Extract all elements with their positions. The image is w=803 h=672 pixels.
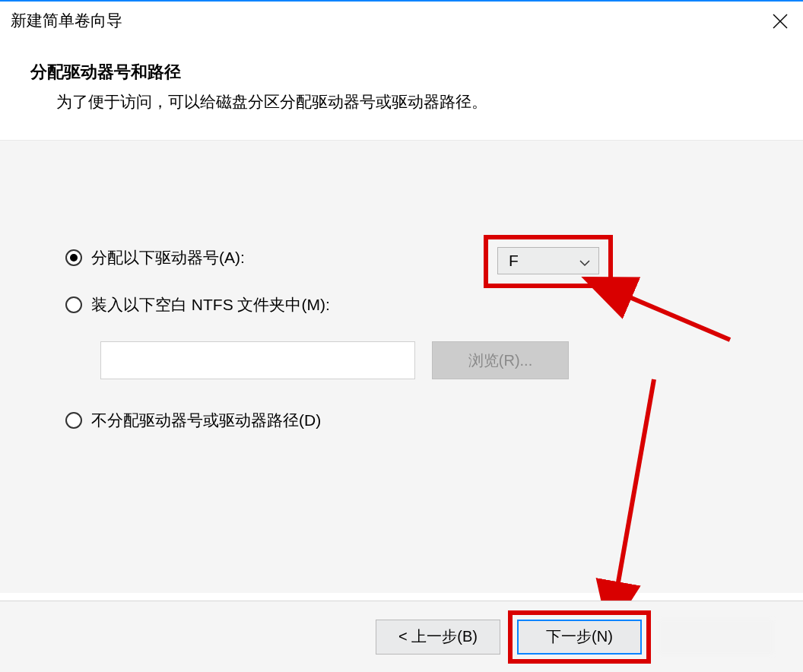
drive-letter-dropdown[interactable]: F bbox=[497, 247, 599, 274]
radio-no-assign[interactable] bbox=[65, 412, 82, 429]
annotation-box-dropdown: F bbox=[484, 235, 613, 288]
option-mount-folder-label: 装入以下空白 NTFS 文件夹中(M): bbox=[91, 294, 330, 315]
annotation-box-next: 下一步(N) bbox=[508, 610, 651, 664]
close-icon[interactable] bbox=[771, 12, 789, 30]
window-title: 新建简单卷向导 bbox=[11, 10, 122, 31]
option-mount-folder[interactable]: 装入以下空白 NTFS 文件夹中(M): bbox=[65, 294, 803, 315]
drive-letter-value: F bbox=[509, 252, 519, 270]
browse-button: 浏览(R)... bbox=[432, 341, 569, 379]
titlebar: 新建简单卷向导 bbox=[0, 2, 803, 40]
page-heading: 分配驱动器号和路径 bbox=[30, 61, 773, 84]
wizard-window: 新建简单卷向导 分配驱动器号和路径 为了便于访问，可以给磁盘分区分配驱动器号或驱… bbox=[0, 0, 803, 672]
next-button[interactable]: 下一步(N) bbox=[517, 620, 642, 655]
radio-assign-letter[interactable] bbox=[65, 249, 82, 266]
option-assign-letter[interactable]: 分配以下驱动器号(A): bbox=[65, 247, 803, 268]
drive-letter-highlight: F bbox=[484, 235, 613, 288]
option-no-assign[interactable]: 不分配驱动器号或驱动器路径(D) bbox=[65, 410, 803, 431]
option-no-assign-label: 不分配驱动器号或驱动器路径(D) bbox=[91, 410, 321, 431]
chevron-down-icon bbox=[579, 255, 591, 267]
option-assign-letter-label: 分配以下驱动器号(A): bbox=[91, 247, 245, 268]
back-button[interactable]: < 上一步(B) bbox=[376, 620, 500, 655]
cancel-button[interactable] bbox=[659, 620, 773, 655]
radio-mount-folder[interactable] bbox=[65, 296, 82, 313]
wizard-body: 分配以下驱动器号(A): F 装入以下空白 NTFS 文件夹中(M): 浏览(R… bbox=[0, 140, 803, 593]
wizard-footer: < 上一步(B) 下一步(N) bbox=[0, 601, 803, 672]
mount-path-input bbox=[100, 341, 415, 379]
mount-path-row: 浏览(R)... bbox=[100, 341, 803, 379]
wizard-header: 分配驱动器号和路径 为了便于访问，可以给磁盘分区分配驱动器号或驱动器路径。 bbox=[0, 40, 803, 140]
page-description: 为了便于访问，可以给磁盘分区分配驱动器号或驱动器路径。 bbox=[56, 91, 773, 113]
